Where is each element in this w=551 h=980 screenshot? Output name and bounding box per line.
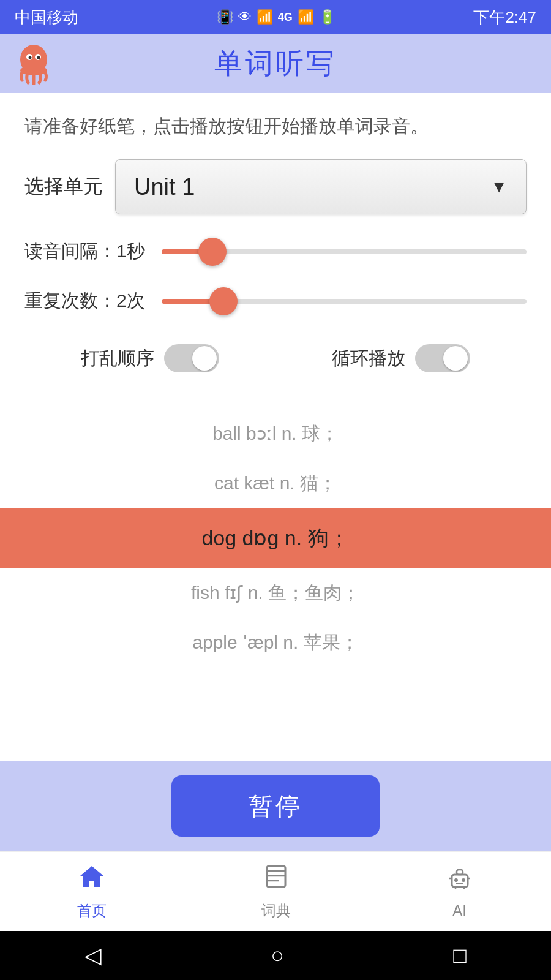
repeat-count-row: 重复次数：2次 xyxy=(24,288,527,314)
book-icon xyxy=(262,862,290,897)
loop-toggle-item: 循环播放 xyxy=(332,344,470,372)
word-item-dog[interactable]: dog dɒg n. 狗； xyxy=(0,508,551,568)
unit-selector-row: 选择单元 Unit 1 ▼ xyxy=(24,159,527,214)
shuffle-toggle[interactable] xyxy=(164,344,219,372)
loop-toggle-knob xyxy=(443,346,468,371)
eye-icon: 👁 xyxy=(238,9,252,25)
reading-interval-label: 读音间隔：1秒 xyxy=(24,239,147,264)
word-item-cat[interactable]: cat kæt n. 猫； xyxy=(24,459,527,508)
word-item-fish[interactable]: fish fɪʃ n. 鱼；鱼肉； xyxy=(24,568,527,618)
time-label: 下午2:47 xyxy=(473,7,536,28)
ai-nav-label: AI xyxy=(452,902,467,919)
svg-point-4 xyxy=(37,56,40,59)
svg-point-5 xyxy=(20,66,47,75)
pause-button[interactable]: 暂停 xyxy=(171,775,380,837)
instruction-text: 请准备好纸笔，点击播放按钮开始播放单词录音。 xyxy=(24,111,527,141)
app-header: 单词听写 xyxy=(0,34,551,93)
repeat-count-thumb[interactable] xyxy=(209,287,238,315)
app-logo xyxy=(12,42,55,85)
dictionary-nav-label: 词典 xyxy=(261,901,291,921)
reading-interval-row: 读音间隔：1秒 xyxy=(24,239,527,264)
word-item-ball[interactable]: ball bɔːl n. 球； xyxy=(24,409,527,459)
toggles-row: 打乱顺序 循环播放 xyxy=(24,338,527,391)
word-item-apple[interactable]: apple ˈæpl n. 苹果； xyxy=(24,618,527,668)
status-icons: 📳 👁 📶 4G 📶 🔋 xyxy=(217,9,335,25)
svg-point-15 xyxy=(462,878,465,882)
shuffle-label: 打乱顺序 xyxy=(81,346,154,371)
shuffle-toggle-item: 打乱顺序 xyxy=(81,344,219,372)
svg-point-3 xyxy=(29,56,32,59)
svg-point-14 xyxy=(454,878,458,882)
word-list: ball bɔːl n. 球； cat kæt n. 猫； dog dɒg n.… xyxy=(24,409,527,668)
home-nav-label: 首页 xyxy=(77,901,107,921)
nav-item-ai[interactable]: AI xyxy=(446,864,474,919)
reading-interval-thumb[interactable] xyxy=(198,238,227,266)
robot-icon xyxy=(446,864,474,899)
bottom-action-area: 暂停 xyxy=(0,761,551,851)
home-icon xyxy=(78,862,106,897)
system-nav-bar: ◁ ○ □ xyxy=(0,931,551,980)
repeat-count-slider[interactable] xyxy=(162,299,527,304)
home-button[interactable]: ○ xyxy=(271,943,284,968)
loop-label: 循环播放 xyxy=(332,346,405,371)
nav-item-home[interactable]: 首页 xyxy=(77,862,107,921)
signal-icon: 📳 xyxy=(217,9,233,25)
wifi-icon: 📶 xyxy=(257,9,273,25)
reading-interval-slider[interactable] xyxy=(162,249,527,254)
repeat-count-label: 重复次数：2次 xyxy=(24,288,147,314)
back-button[interactable]: ◁ xyxy=(84,943,102,968)
unit-selector-label: 选择单元 xyxy=(24,173,103,200)
recent-apps-button[interactable]: □ xyxy=(453,943,467,968)
signal-bars-icon: 📶 xyxy=(298,9,314,25)
pause-button-label: 暂停 xyxy=(249,790,302,823)
dropdown-arrow-icon: ▼ xyxy=(490,177,508,197)
svg-marker-6 xyxy=(80,866,103,887)
bottom-nav: 首页 词典 xyxy=(0,851,551,931)
nav-item-dictionary[interactable]: 词典 xyxy=(261,862,291,921)
network-icon: 4G xyxy=(278,11,293,24)
shuffle-toggle-knob xyxy=(192,346,217,371)
loop-toggle[interactable] xyxy=(415,344,470,372)
status-bar: 中国移动 📳 👁 📶 4G 📶 🔋 下午2:47 xyxy=(0,0,551,34)
carrier-label: 中国移动 xyxy=(15,7,78,28)
unit-dropdown[interactable]: Unit 1 ▼ xyxy=(115,159,527,214)
unit-selected-value: Unit 1 xyxy=(134,174,195,200)
svg-rect-11 xyxy=(452,875,468,887)
battery-icon: 🔋 xyxy=(319,9,335,25)
svg-rect-12 xyxy=(457,870,463,875)
page-title: 单词听写 xyxy=(214,45,337,83)
main-content: 请准备好纸笔，点击播放按钮开始播放单词录音。 选择单元 Unit 1 ▼ 读音间… xyxy=(0,93,551,668)
